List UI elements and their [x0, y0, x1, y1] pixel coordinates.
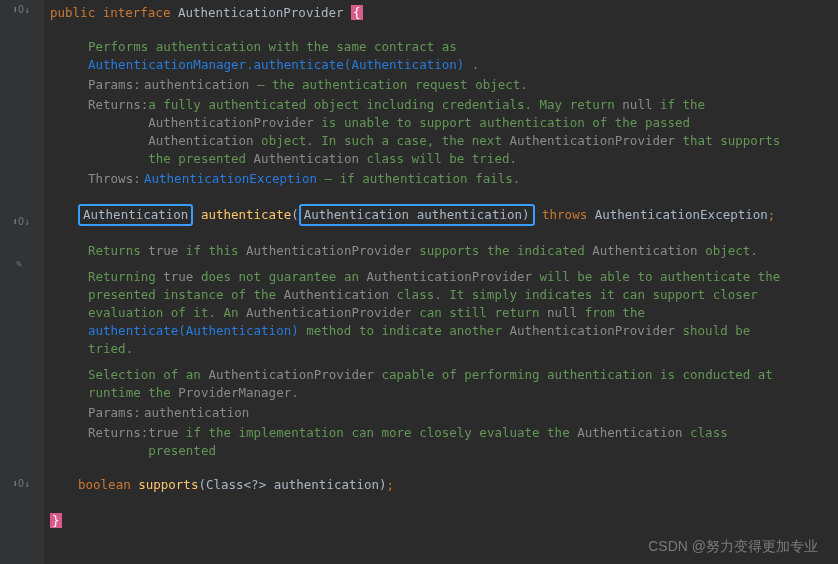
method-authenticate-signature: Authentication authenticate(Authenticati… — [50, 204, 838, 226]
close-brace: } — [50, 513, 62, 528]
impl-icon[interactable]: ⬇O↓ — [12, 4, 30, 15]
javadoc-summary: Returns true if this AuthenticationProvi… — [88, 242, 782, 260]
impl-icon[interactable]: ⬇O↓ — [12, 216, 30, 227]
javadoc-authenticate: Performs authentication with the same co… — [80, 34, 790, 192]
javadoc-params: Params: authentication — [88, 404, 782, 422]
edit-icon[interactable]: ✎ — [16, 258, 22, 269]
exception-type: AuthenticationException — [595, 207, 768, 222]
close-brace-line: } — [50, 512, 838, 530]
javadoc-link[interactable]: authenticate(Authentication) — [88, 323, 299, 338]
method-name: supports — [138, 477, 198, 492]
javadoc-para: Returning true does not guarantee an Aut… — [88, 268, 782, 358]
javadoc-returns: Returns: a fully authenticated object in… — [88, 96, 782, 168]
keyword-boolean: boolean — [78, 477, 131, 492]
javadoc-para: Selection of an AuthenticationProvider c… — [88, 366, 782, 402]
open-brace: { — [351, 5, 363, 20]
watermark: CSDN @努力变得更加专业 — [648, 538, 818, 556]
code-area[interactable]: public interface AuthenticationProvider … — [44, 0, 838, 564]
impl-icon[interactable]: ⬇O↓ — [12, 478, 30, 489]
method-supports-signature: boolean supports(Class<?> authentication… — [50, 476, 838, 494]
keyword-throws: throws — [542, 207, 587, 222]
keyword-public: public — [50, 5, 95, 20]
highlight-return-type: Authentication — [78, 204, 193, 226]
type-name: AuthenticationProvider — [178, 5, 344, 20]
javadoc-link[interactable]: AuthenticationManager.authenticate(Authe… — [88, 57, 464, 72]
javadoc-returns: Returns: true if the implementation can … — [88, 424, 782, 460]
highlight-param: Authentication authentication) — [299, 204, 535, 226]
javadoc-supports: Returns true if this AuthenticationProvi… — [80, 238, 790, 464]
keyword-interface: interface — [103, 5, 171, 20]
javadoc-throws: Throws: AuthenticationException – if aut… — [88, 170, 782, 188]
javadoc-summary: Performs authentication with the same co… — [88, 38, 782, 74]
method-name: authenticate — [201, 207, 291, 222]
javadoc-params: Params: authentication – the authenticat… — [88, 76, 782, 94]
gutter: ⬇O↓ ⬇O↓ ✎ ⬇O↓ — [0, 0, 44, 564]
interface-declaration: public interface AuthenticationProvider … — [50, 4, 838, 22]
editor-container: ⬇O↓ ⬇O↓ ✎ ⬇O↓ public interface Authentic… — [0, 0, 838, 564]
javadoc-link[interactable]: AuthenticationException — [144, 171, 317, 186]
